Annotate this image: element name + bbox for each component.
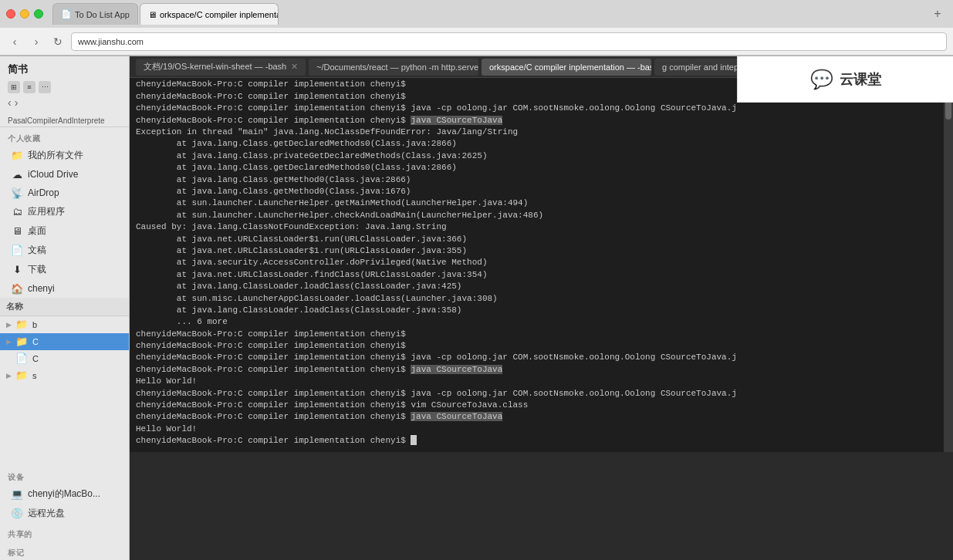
expand-arrow: ▶	[6, 338, 14, 346]
terminal-line: at java.lang.Class.getMethod0(Class.java…	[136, 174, 947, 186]
expand-arrow: ▶	[6, 372, 14, 380]
terminal-highlighted-cmd: java CSourceToJava	[411, 365, 502, 374]
section-label-shared: 共享的	[0, 523, 129, 541]
sidebar-item-icloud[interactable]: ☁ iCloud Drive	[3, 166, 126, 183]
back-button[interactable]: ‹	[6, 33, 23, 50]
terminal-body[interactable]: at java.lang.Class.privateGetDeclaredMet…	[130, 78, 953, 452]
traffic-lights	[6, 9, 43, 19]
file-name: b	[32, 320, 123, 329]
nav-bar: ‹ › ↻ www.jianshu.com	[0, 28, 953, 56]
icloud-icon: ☁	[11, 168, 23, 180]
tab-label: orkspace/C compiler inplementation — -ba…	[160, 10, 279, 19]
file-list: 名称 ▶ 📁 b ▶ 📁 C 📄 C	[0, 298, 129, 466]
yunketang-icon: 💬	[810, 69, 833, 90]
file-row[interactable]: 📄 C	[0, 350, 129, 367]
terminal-line: chenyideMacBook-Pro:C compiler implement…	[136, 329, 947, 340]
file-row[interactable]: ▶ 📁 b	[0, 316, 129, 333]
desktop-icon: 🖥	[11, 225, 23, 238]
sidebar-item-docs[interactable]: 📄 文稿	[3, 241, 126, 259]
sidebar-item-apps[interactable]: 🗂 应用程序	[3, 203, 126, 221]
terminal-cursor	[411, 435, 417, 445]
terminal-line: ... 6 more	[136, 316, 947, 328]
terminal-line: chenyideMacBook-Pro:C compiler implement…	[136, 364, 947, 376]
terminal-line: at sun.misc.LauncherAppClassLoader.loadC…	[136, 293, 947, 305]
terminal-line: chenyideMacBook-Pro:C compiler implement…	[136, 103, 947, 114]
sidebar-toolbar-btn-3[interactable]: ⋯	[39, 81, 51, 93]
yunketang-header: 💬 云课堂	[737, 56, 953, 103]
expand-arrow: ▶	[6, 321, 14, 329]
terminal-tab-1[interactable]: 文档/19/OS-kernel-win-sheet — -bash ✕	[136, 59, 306, 76]
terminal-line: at java.lang.ClassLoader.loadClass(Class…	[136, 281, 947, 292]
minimize-button[interactable]	[20, 9, 29, 19]
close-button[interactable]	[6, 9, 15, 19]
address-text: www.jianshu.com	[78, 37, 144, 46]
file-icon: 📁	[15, 369, 28, 382]
terminal-line: at java.lang.Class.privateGetDeclaredMet…	[136, 150, 947, 162]
sidebar-toolbar-btn-2[interactable]: ≡	[23, 81, 35, 93]
terminal-line: Caused by: java.lang.ClassNotFoundExcept…	[136, 221, 947, 233]
file-row[interactable]: ▶ 📁 C	[0, 333, 129, 350]
sidebar-item-label: chenyi的MacBo...	[28, 487, 100, 501]
forward-button[interactable]: ›	[28, 33, 45, 50]
sidebar-item-remote-disk[interactable]: 💿 远程光盘	[3, 504, 126, 522]
section-label-tags: 标记	[0, 541, 129, 560]
terminal-line: at java.lang.ClassLoader.loadClass(Class…	[136, 305, 947, 316]
maximize-button[interactable]	[34, 9, 43, 19]
tab-bash-19[interactable]: 🖥 orkspace/C compiler inplementation — -…	[140, 3, 279, 25]
sidebar-item-airdrop[interactable]: 📡 AirDrop	[3, 184, 126, 201]
terminal-highlighted-cmd: java CSourceToJava	[411, 412, 502, 421]
terminal-line: chenyideMacBook-Pro:C compiler implement…	[136, 115, 947, 127]
tab-bar: 📄 To Do List App 🖥 orkspace/C compiler i…	[0, 0, 953, 28]
sidebar-item-all-files[interactable]: 📁 我的所有文件	[3, 147, 126, 164]
sidebar-item-macbook[interactable]: 💻 chenyi的MacBo...	[3, 485, 126, 503]
yunketang-logo: 💬 云课堂	[810, 69, 881, 90]
file-list-body: ▶ 📁 b ▶ 📁 C 📄 C ▶ 📁 s	[0, 316, 129, 466]
sidebar-toolbar: ⊞ ≡ ⋯	[8, 81, 121, 93]
sidebar-item-label: 下载	[28, 263, 46, 276]
scrollbar-track	[944, 78, 953, 452]
browser-chrome: 📄 To Do List App 🖥 orkspace/C compiler i…	[0, 0, 953, 56]
sidebar-item-label: AirDrop	[28, 187, 59, 198]
downloads-icon: ⬇	[11, 264, 23, 276]
yunketang-text: 云课堂	[840, 70, 881, 89]
file-name: C	[32, 354, 123, 363]
macbook-icon: 💻	[11, 488, 23, 501]
file-icon: 📄	[15, 353, 28, 365]
airdrop-icon: 📡	[11, 187, 23, 199]
refresh-button[interactable]: ↻	[49, 33, 66, 50]
sidebar-item-downloads[interactable]: ⬇ 下载	[3, 261, 126, 278]
file-icon: 📁	[15, 336, 28, 348]
sidebar-item-desktop[interactable]: 🖥 桌面	[3, 222, 126, 240]
address-bar[interactable]: www.jianshu.com	[71, 32, 947, 51]
terminal-tab-3[interactable]: orkspace/C compiler inplementation — -ba…	[482, 59, 651, 76]
terminal-tab-2[interactable]: ~/Documents/react — python -m http.serve…	[309, 59, 478, 76]
tab-add-button[interactable]: +	[928, 5, 947, 23]
terminal-line: at java.net.URLClassLoader$1.run(URLClas…	[136, 234, 947, 245]
tab-todo[interactable]: 📄 To Do List App	[52, 3, 138, 25]
file-row[interactable]: ▶ 📁 s	[0, 367, 129, 384]
terminal-scrollbar[interactable]	[944, 78, 953, 452]
apps-icon: 🗂	[11, 206, 23, 218]
sidebar-nav-forward[interactable]: ›	[15, 96, 19, 109]
sidebar-nav-back[interactable]: ‹	[8, 96, 12, 109]
terminal-line: Hello World!	[136, 376, 947, 387]
sidebar-header: 简书 ⊞ ≡ ⋯ ‹ ›	[0, 56, 129, 115]
file-list-header: 名称	[0, 298, 129, 316]
sidebar-toolbar-btn-1[interactable]: ⊞	[8, 81, 20, 93]
sidebar-item-label: 我的所有文件	[28, 149, 83, 162]
sidebar: 简书 ⊞ ≡ ⋯ ‹ › PasalCompilerAndInterprete …	[0, 56, 130, 560]
file-name: C	[32, 337, 123, 346]
term-tab-close[interactable]: ✕	[291, 62, 298, 72]
terminal-line: Hello World!	[136, 423, 947, 435]
terminal-line: at java.net.URLClassLoader.findClass(URL…	[136, 269, 947, 281]
content-area: 文档/19/OS-kernel-win-sheet — -bash ✕ ~/Do…	[130, 56, 953, 560]
sidebar-title: 简书	[8, 62, 121, 76]
terminal-line: chenyideMacBook-Pro:C compiler implement…	[136, 435, 947, 447]
all-files-icon: 📁	[11, 150, 23, 162]
terminal-line: chenyideMacBook-Pro:C compiler implement…	[136, 411, 947, 423]
tab-label: To Do List App	[75, 10, 130, 19]
terminal-window: 文档/19/OS-kernel-win-sheet — -bash ✕ ~/Do…	[130, 56, 953, 452]
remote-disk-icon: 💿	[11, 508, 23, 520]
tab-icon: 📄	[61, 9, 72, 19]
sidebar-item-chenyi[interactable]: 🏠 chenyi	[3, 280, 126, 297]
